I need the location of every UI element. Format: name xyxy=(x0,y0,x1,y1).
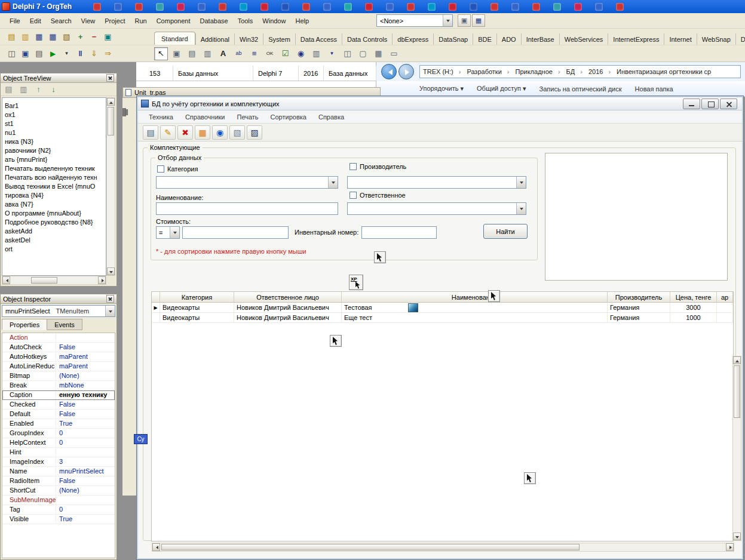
property-row[interactable]: Break mbNone xyxy=(2,381,115,390)
run-options-icon[interactable]: ▾ xyxy=(60,47,73,60)
palette-tab[interactable]: InterBase xyxy=(521,33,559,45)
cost-operator-combo[interactable]: = xyxy=(156,226,180,239)
property-row[interactable]: Tag 0 xyxy=(2,505,115,515)
property-row[interactable]: Hint xyxy=(2,448,115,457)
scroll-up-icon[interactable] xyxy=(733,356,741,364)
grid-column-header[interactable]: Производитель xyxy=(608,292,670,303)
delete-record-icon[interactable]: ✖ xyxy=(177,125,193,140)
internet-icon[interactable]: ◉ xyxy=(212,125,228,140)
report-icon[interactable]: ▤ xyxy=(143,125,158,140)
chevron-down-icon[interactable] xyxy=(105,306,115,316)
vertical-scrollbar[interactable] xyxy=(732,356,741,541)
property-value[interactable]: False xyxy=(56,410,115,419)
property-row[interactable]: AutoLineReduc maParent xyxy=(2,362,115,371)
palette-tab[interactable]: Decision Cube xyxy=(735,33,745,45)
object-selector-combo[interactable]: mnuPrintSelect TMenuItem xyxy=(2,305,115,317)
explorer-toolbar-item[interactable]: Новая папка xyxy=(635,85,673,93)
save-icon[interactable]: ▦ xyxy=(32,30,46,44)
ide-menu-item[interactable]: Project xyxy=(100,15,130,27)
property-value[interactable]: False xyxy=(56,476,115,485)
tree-expand-icon[interactable] xyxy=(125,108,126,116)
print-icon[interactable]: ▨ xyxy=(247,125,262,140)
app-menu-item[interactable]: Техника xyxy=(143,111,179,123)
grid-column-header[interactable]: Ответственное лицо xyxy=(234,292,342,303)
table-row[interactable]: ▶ Видеокарты Новиков Дмитрий Васильевич … xyxy=(152,303,733,313)
delete-item-icon[interactable]: ▥ xyxy=(17,83,30,96)
tree-item[interactable]: ox1 xyxy=(2,110,106,119)
property-row[interactable]: Caption енную технику xyxy=(2,390,115,400)
tree-item[interactable]: О программе {mnuAbout} xyxy=(2,209,106,218)
palette-tab[interactable]: Additional xyxy=(195,33,234,45)
checkbox-icon[interactable] xyxy=(349,192,357,199)
trace-into-icon[interactable]: ⇓ xyxy=(87,47,101,60)
property-row[interactable]: Action xyxy=(2,333,115,343)
property-value[interactable]: 0 xyxy=(56,438,115,447)
breadcrumb[interactable]: TREX (H:)РазработкиПрикладноеБД2016Инвен… xyxy=(419,65,741,78)
palette-tab[interactable]: ADO xyxy=(496,33,521,45)
tree-item[interactable]: st1 xyxy=(2,119,106,128)
grid-column-header[interactable]: ар xyxy=(717,292,733,303)
inventory-input[interactable] xyxy=(361,226,437,239)
minimize-button[interactable] xyxy=(683,99,700,109)
radiogroup-icon[interactable]: ▦ xyxy=(372,47,385,60)
name-input[interactable] xyxy=(156,202,338,215)
combobox-icon[interactable]: ▼ xyxy=(325,47,339,60)
add-file-icon[interactable]: + xyxy=(73,30,87,44)
panel-titlebar[interactable]: Object Inspector xyxy=(1,294,116,304)
breadcrumb-item[interactable]: 2016 xyxy=(585,68,614,75)
checkbox-icon[interactable] xyxy=(157,165,164,173)
remove-file-icon[interactable]: − xyxy=(87,30,101,44)
tree-item[interactable]: Вывод техники в Excel {mnuO xyxy=(2,182,106,191)
explorer-toolbar-item[interactable]: Запись на оптический диск xyxy=(539,85,622,93)
desktop-layout-button[interactable]: ▣ xyxy=(458,14,471,27)
palette-tab[interactable]: BDE xyxy=(473,33,496,45)
tree-item[interactable]: Bar1 xyxy=(2,101,106,110)
scrollbar-thumb[interactable] xyxy=(31,277,57,284)
property-value[interactable]: maParent xyxy=(56,352,115,361)
results-listbox[interactable] xyxy=(545,153,728,281)
view-unit-icon[interactable]: ▤ xyxy=(32,47,46,60)
property-value[interactable] xyxy=(56,496,115,504)
preview-icon[interactable]: ▧ xyxy=(229,125,245,140)
ide-menu-item[interactable]: Component xyxy=(152,15,195,27)
horizontal-scrollbar[interactable] xyxy=(2,276,106,285)
edit-icon[interactable]: ab xyxy=(232,47,246,60)
explorer-toolbar-item[interactable]: Упорядочить ▾ xyxy=(419,85,464,93)
grid-column-header[interactable]: Наименование xyxy=(342,292,608,303)
new-items-icon[interactable]: ▤ xyxy=(5,30,19,44)
ide-menu-item[interactable]: Tools xyxy=(233,15,258,27)
tree-item[interactable]: равочники {N2} xyxy=(2,146,106,155)
grid-column-header[interactable]: Цена, тенге xyxy=(670,292,717,303)
scroll-down-icon[interactable] xyxy=(733,533,741,540)
panel-icon[interactable]: ▭ xyxy=(387,47,401,60)
property-row[interactable]: Name mnuPrintSelect xyxy=(2,467,115,476)
memo-icon[interactable]: ≡ xyxy=(247,47,261,60)
breadcrumb-item[interactable]: Инвентаризация оргтехники ср xyxy=(614,68,714,75)
tree-item[interactable]: asketDel xyxy=(2,236,106,245)
tree-item[interactable]: Подробное руководство {N8} xyxy=(2,218,106,227)
forward-button[interactable] xyxy=(398,64,414,79)
tree-item[interactable]: авка {N7} xyxy=(2,200,106,209)
close-button[interactable] xyxy=(720,99,737,109)
breadcrumb-item[interactable]: Прикладное xyxy=(513,68,563,75)
scrollbar-thumb[interactable] xyxy=(161,544,580,550)
vertical-scrollbar[interactable] xyxy=(106,97,115,276)
pause-icon[interactable]: ‖ xyxy=(73,47,87,60)
manufacturer-checkbox[interactable]: Производитель xyxy=(349,163,406,170)
tab-events[interactable]: Events xyxy=(47,319,82,330)
tree-item[interactable]: Печатать выделенную техник xyxy=(2,164,106,173)
close-icon[interactable] xyxy=(106,74,114,82)
manufacturer-combo[interactable] xyxy=(347,176,526,189)
ide-menu-item[interactable]: Edit xyxy=(25,15,46,27)
property-value[interactable]: mnuPrintSelect xyxy=(56,467,115,476)
ide-menu-item[interactable]: Help xyxy=(290,15,314,27)
property-value[interactable] xyxy=(56,448,115,457)
tree-item[interactable]: Печатать всю найденную техн xyxy=(2,173,106,182)
palette-tab[interactable]: Data Controls xyxy=(342,33,392,45)
property-row[interactable]: ImageIndex 3 xyxy=(2,457,115,467)
explorer-toolbar-item[interactable]: Общий доступ ▾ xyxy=(477,85,526,93)
popupmenu-icon[interactable]: ▥ xyxy=(201,47,214,60)
palette-tab[interactable]: Internet xyxy=(664,33,696,45)
breadcrumb-item[interactable]: БД xyxy=(563,68,585,75)
app-menu-item[interactable]: Печать xyxy=(231,111,265,123)
